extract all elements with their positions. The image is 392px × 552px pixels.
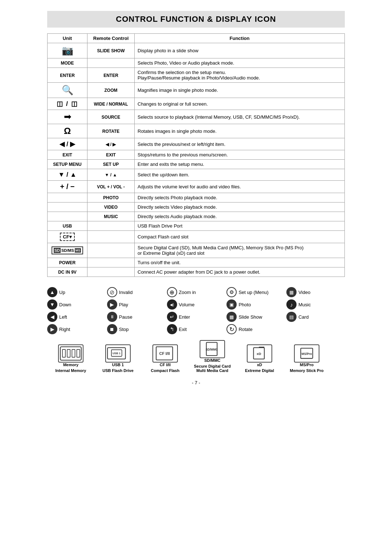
table-row: + / −VOL + / VOL -Adjusts the volume lev…	[48, 181, 345, 193]
video-icon: ▦	[286, 287, 297, 297]
icon-label: Photo	[238, 302, 251, 307]
play-icon: ▶	[107, 299, 117, 310]
unit-cell: POWER	[48, 258, 87, 267]
unit-cell: ◫ / ◫	[48, 98, 87, 110]
unit-cell: Ω	[48, 124, 87, 138]
remote-cell: EXIT	[87, 150, 135, 160]
function-cell: Display photo in a slide show	[135, 43, 345, 58]
unit-cell: USB	[48, 221, 87, 231]
rotate-icon: ↻	[226, 324, 237, 334]
col-header-remote: Remote Control	[87, 34, 135, 43]
svg-text:USB 1: USB 1	[113, 352, 121, 355]
music-icon: ♪	[286, 299, 297, 310]
unit-cell: ◀ / ▶	[48, 138, 87, 150]
usb1-icon: USB 1	[105, 344, 131, 363]
remote-cell: SLIDE SHOW	[87, 43, 135, 58]
icon-item-up: ▲Up	[47, 287, 106, 297]
function-table: Unit Remote Control Function 📷SLIDE SHOW…	[47, 33, 345, 277]
icon-item-volume: ◀)Volume	[167, 299, 225, 310]
device-label-bottom: Memory Stick Pro	[290, 368, 324, 373]
icon-item-enter: ↵Enter	[167, 312, 225, 322]
table-row: ◫ / ◫WIDE / NORMALChanges to original or…	[48, 98, 345, 110]
icon-label: Enter	[179, 314, 190, 320]
volume-icon: ◀)	[167, 299, 177, 310]
icon-item-exit: ↰Exit	[167, 324, 225, 334]
device-item-xd: xD xDExtreme Digital	[236, 344, 283, 373]
table-row: PHOTODirectly selects Photo playback mod…	[48, 193, 345, 203]
device-label-bottom: Secure Digital CardMulti Media Card	[194, 364, 230, 373]
table-row: DC IN 9VConnect AC power adapter from DC…	[48, 267, 345, 277]
device-label-bottom: Compact Flash	[151, 368, 180, 373]
unit-cell: SD SD/MS MS	[48, 243, 87, 258]
icon-label: Set up (Menu)	[238, 290, 268, 295]
unit-cell: + / −	[48, 181, 87, 193]
device-label-bottom: USB Flash Drive	[102, 368, 134, 373]
exit-icon: ↰	[167, 324, 177, 334]
unit-cell: 📷	[48, 43, 87, 58]
function-cell: Directly selects Audio playback mode.	[135, 212, 345, 221]
function-cell: Changes to original or full screen.	[135, 98, 345, 110]
table-row: ◀ / ▶◀ / ▶Selects the previous/next or l…	[48, 138, 345, 150]
svg-rect-2	[67, 349, 70, 357]
icon-label: Down	[59, 302, 71, 307]
page-title: CONTROL FUNCTION & DISPLAY ICON	[47, 11, 345, 28]
up-icon: ▲	[47, 287, 57, 297]
table-row: CF▾Compact Flash card slot	[48, 231, 345, 243]
icon-label: Zoom in	[179, 290, 196, 295]
unit-cell	[48, 212, 87, 221]
invalid-icon: ⊘	[107, 287, 117, 297]
icon-item-setup-menu: ⚙Set up (Menu)	[226, 287, 285, 297]
col-header-unit: Unit	[48, 34, 87, 43]
svg-marker-13	[259, 347, 264, 347]
table-row: POWERTurns on/off the unit.	[48, 258, 345, 267]
icon-item-down: ▼Down	[47, 299, 106, 310]
table-row: VIDEODirectly selects Video playback mod…	[48, 203, 345, 212]
left-icon: ◀	[47, 312, 57, 322]
cf-icon: CF I/II	[152, 344, 178, 363]
device-item-usb1: USB 1 USB 1USB Flash Drive	[94, 344, 142, 373]
icon-item-left: ◀Left	[47, 312, 106, 322]
icon-label: Card	[298, 314, 309, 320]
remote-cell	[87, 267, 135, 277]
table-row: MUSICDirectly selects Audio playback mod…	[48, 212, 345, 221]
function-cell: Secure Digital Card (SD), Multi Media Ca…	[135, 243, 345, 258]
function-cell: Selects Photo, Video or Audio playback m…	[135, 58, 345, 68]
col-header-function: Function	[135, 34, 345, 43]
mspro-icon: MS/Pro	[294, 344, 319, 363]
unit-cell	[48, 193, 87, 203]
remote-cell: PHOTO	[87, 193, 135, 203]
device-label-top: MS/Pro	[300, 363, 314, 367]
function-cell: Magnifies image in single photo mode.	[135, 83, 345, 98]
table-row: EXITEXITStops/returns to the previous me…	[48, 150, 345, 160]
remote-cell	[87, 243, 135, 258]
remote-cell	[87, 58, 135, 68]
unit-cell: ENTER	[48, 68, 87, 83]
icon-item-pause: ⏸Pause	[107, 312, 166, 322]
unit-cell: DC IN 9V	[48, 267, 87, 277]
icon-label: Right	[59, 327, 70, 332]
remote-cell: WIDE / NORMAL	[87, 98, 135, 110]
device-label-bottom: Internal Memory	[56, 368, 86, 373]
device-label-bottom: Extreme Digital	[245, 368, 274, 373]
table-row: 📷SLIDE SHOWDisplay photo in a slide show	[48, 43, 345, 58]
device-label-top: SD/MMC	[204, 358, 221, 363]
svg-rect-4	[77, 349, 80, 357]
svg-rect-1	[62, 349, 65, 357]
svg-text:MS/Pro: MS/Pro	[302, 352, 312, 356]
icon-label: Invalid	[119, 290, 133, 295]
function-cell: Select the up/down item.	[135, 169, 345, 181]
table-row: MODESelects Photo, Video or Audio playba…	[48, 58, 345, 68]
function-cell: Confirms the selection on the setup menu…	[135, 68, 345, 83]
icon-label: Left	[59, 314, 67, 320]
svg-text:CF I/II: CF I/II	[159, 351, 170, 356]
function-cell: Connect AC power adapter from DC jack to…	[135, 267, 345, 277]
memory-icon	[58, 344, 83, 363]
table-row: 🔍ZOOMMagnifies image in single photo mod…	[48, 83, 345, 98]
icon-label: Volume	[179, 302, 195, 307]
device-label-top: USB 1	[112, 363, 124, 367]
remote-cell: ◀ / ▶	[87, 138, 135, 150]
remote-cell	[87, 231, 135, 243]
page-number: - 7 -	[47, 380, 345, 385]
stop-icon: ⏹	[107, 324, 117, 334]
icon-label: Video	[298, 290, 310, 295]
